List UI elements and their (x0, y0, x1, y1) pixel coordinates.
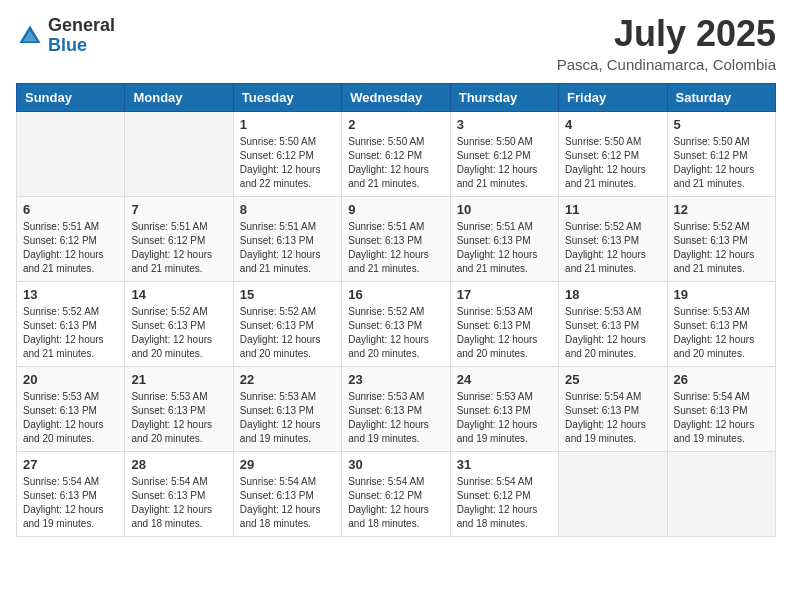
day-number: 30 (348, 457, 443, 472)
weekday-header-thursday: Thursday (450, 84, 558, 112)
location: Pasca, Cundinamarca, Colombia (557, 56, 776, 73)
day-info: Sunrise: 5:50 AMSunset: 6:12 PMDaylight:… (565, 135, 660, 191)
page-header: General Blue July 2025 Pasca, Cundinamar… (16, 16, 776, 73)
day-number: 18 (565, 287, 660, 302)
day-info: Sunrise: 5:53 AMSunset: 6:13 PMDaylight:… (131, 390, 226, 446)
day-info: Sunrise: 5:51 AMSunset: 6:13 PMDaylight:… (240, 220, 335, 276)
day-cell: 6Sunrise: 5:51 AMSunset: 6:12 PMDaylight… (17, 197, 125, 282)
day-number: 22 (240, 372, 335, 387)
week-row-5: 27Sunrise: 5:54 AMSunset: 6:13 PMDayligh… (17, 452, 776, 537)
day-cell: 30Sunrise: 5:54 AMSunset: 6:12 PMDayligh… (342, 452, 450, 537)
day-info: Sunrise: 5:54 AMSunset: 6:13 PMDaylight:… (240, 475, 335, 531)
day-info: Sunrise: 5:52 AMSunset: 6:13 PMDaylight:… (131, 305, 226, 361)
day-cell (667, 452, 775, 537)
day-cell: 29Sunrise: 5:54 AMSunset: 6:13 PMDayligh… (233, 452, 341, 537)
day-cell (559, 452, 667, 537)
day-number: 25 (565, 372, 660, 387)
day-cell: 9Sunrise: 5:51 AMSunset: 6:13 PMDaylight… (342, 197, 450, 282)
day-cell: 18Sunrise: 5:53 AMSunset: 6:13 PMDayligh… (559, 282, 667, 367)
day-info: Sunrise: 5:52 AMSunset: 6:13 PMDaylight:… (674, 220, 769, 276)
day-cell: 12Sunrise: 5:52 AMSunset: 6:13 PMDayligh… (667, 197, 775, 282)
weekday-header-sunday: Sunday (17, 84, 125, 112)
logo-general: General (48, 16, 115, 36)
day-info: Sunrise: 5:52 AMSunset: 6:13 PMDaylight:… (565, 220, 660, 276)
day-number: 21 (131, 372, 226, 387)
day-cell (125, 112, 233, 197)
day-cell: 8Sunrise: 5:51 AMSunset: 6:13 PMDaylight… (233, 197, 341, 282)
day-number: 27 (23, 457, 118, 472)
weekday-header-tuesday: Tuesday (233, 84, 341, 112)
month-title: July 2025 (557, 16, 776, 52)
day-number: 8 (240, 202, 335, 217)
logo-blue: Blue (48, 36, 115, 56)
day-number: 15 (240, 287, 335, 302)
day-cell: 23Sunrise: 5:53 AMSunset: 6:13 PMDayligh… (342, 367, 450, 452)
day-cell: 17Sunrise: 5:53 AMSunset: 6:13 PMDayligh… (450, 282, 558, 367)
day-number: 26 (674, 372, 769, 387)
day-number: 10 (457, 202, 552, 217)
day-cell: 3Sunrise: 5:50 AMSunset: 6:12 PMDaylight… (450, 112, 558, 197)
day-cell: 21Sunrise: 5:53 AMSunset: 6:13 PMDayligh… (125, 367, 233, 452)
day-number: 20 (23, 372, 118, 387)
day-number: 11 (565, 202, 660, 217)
day-info: Sunrise: 5:53 AMSunset: 6:13 PMDaylight:… (23, 390, 118, 446)
day-info: Sunrise: 5:54 AMSunset: 6:13 PMDaylight:… (23, 475, 118, 531)
calendar: SundayMondayTuesdayWednesdayThursdayFrid… (16, 83, 776, 537)
day-cell: 15Sunrise: 5:52 AMSunset: 6:13 PMDayligh… (233, 282, 341, 367)
day-cell: 4Sunrise: 5:50 AMSunset: 6:12 PMDaylight… (559, 112, 667, 197)
day-number: 16 (348, 287, 443, 302)
day-info: Sunrise: 5:50 AMSunset: 6:12 PMDaylight:… (240, 135, 335, 191)
day-cell: 16Sunrise: 5:52 AMSunset: 6:13 PMDayligh… (342, 282, 450, 367)
day-cell: 28Sunrise: 5:54 AMSunset: 6:13 PMDayligh… (125, 452, 233, 537)
logo: General Blue (16, 16, 115, 56)
weekday-header-friday: Friday (559, 84, 667, 112)
day-number: 29 (240, 457, 335, 472)
day-number: 24 (457, 372, 552, 387)
day-info: Sunrise: 5:54 AMSunset: 6:13 PMDaylight:… (565, 390, 660, 446)
day-info: Sunrise: 5:51 AMSunset: 6:13 PMDaylight:… (348, 220, 443, 276)
day-number: 6 (23, 202, 118, 217)
day-cell: 31Sunrise: 5:54 AMSunset: 6:12 PMDayligh… (450, 452, 558, 537)
day-info: Sunrise: 5:51 AMSunset: 6:12 PMDaylight:… (23, 220, 118, 276)
day-cell: 20Sunrise: 5:53 AMSunset: 6:13 PMDayligh… (17, 367, 125, 452)
day-number: 31 (457, 457, 552, 472)
day-info: Sunrise: 5:52 AMSunset: 6:13 PMDaylight:… (23, 305, 118, 361)
day-cell: 1Sunrise: 5:50 AMSunset: 6:12 PMDaylight… (233, 112, 341, 197)
day-cell: 13Sunrise: 5:52 AMSunset: 6:13 PMDayligh… (17, 282, 125, 367)
day-info: Sunrise: 5:51 AMSunset: 6:13 PMDaylight:… (457, 220, 552, 276)
day-info: Sunrise: 5:50 AMSunset: 6:12 PMDaylight:… (457, 135, 552, 191)
weekday-header-row: SundayMondayTuesdayWednesdayThursdayFrid… (17, 84, 776, 112)
day-cell: 19Sunrise: 5:53 AMSunset: 6:13 PMDayligh… (667, 282, 775, 367)
week-row-3: 13Sunrise: 5:52 AMSunset: 6:13 PMDayligh… (17, 282, 776, 367)
day-info: Sunrise: 5:50 AMSunset: 6:12 PMDaylight:… (674, 135, 769, 191)
day-number: 19 (674, 287, 769, 302)
day-info: Sunrise: 5:53 AMSunset: 6:13 PMDaylight:… (457, 305, 552, 361)
day-number: 3 (457, 117, 552, 132)
day-cell: 14Sunrise: 5:52 AMSunset: 6:13 PMDayligh… (125, 282, 233, 367)
day-cell: 2Sunrise: 5:50 AMSunset: 6:12 PMDaylight… (342, 112, 450, 197)
title-section: July 2025 Pasca, Cundinamarca, Colombia (557, 16, 776, 73)
week-row-4: 20Sunrise: 5:53 AMSunset: 6:13 PMDayligh… (17, 367, 776, 452)
day-number: 13 (23, 287, 118, 302)
day-info: Sunrise: 5:53 AMSunset: 6:13 PMDaylight:… (240, 390, 335, 446)
day-cell: 24Sunrise: 5:53 AMSunset: 6:13 PMDayligh… (450, 367, 558, 452)
day-info: Sunrise: 5:54 AMSunset: 6:13 PMDaylight:… (131, 475, 226, 531)
day-number: 23 (348, 372, 443, 387)
logo-icon (16, 22, 44, 50)
day-info: Sunrise: 5:54 AMSunset: 6:12 PMDaylight:… (348, 475, 443, 531)
day-number: 12 (674, 202, 769, 217)
day-number: 1 (240, 117, 335, 132)
day-number: 17 (457, 287, 552, 302)
day-cell: 22Sunrise: 5:53 AMSunset: 6:13 PMDayligh… (233, 367, 341, 452)
weekday-header-saturday: Saturday (667, 84, 775, 112)
day-info: Sunrise: 5:53 AMSunset: 6:13 PMDaylight:… (565, 305, 660, 361)
week-row-2: 6Sunrise: 5:51 AMSunset: 6:12 PMDaylight… (17, 197, 776, 282)
day-cell: 26Sunrise: 5:54 AMSunset: 6:13 PMDayligh… (667, 367, 775, 452)
day-number: 2 (348, 117, 443, 132)
logo-text: General Blue (48, 16, 115, 56)
day-info: Sunrise: 5:52 AMSunset: 6:13 PMDaylight:… (348, 305, 443, 361)
day-info: Sunrise: 5:50 AMSunset: 6:12 PMDaylight:… (348, 135, 443, 191)
day-cell: 7Sunrise: 5:51 AMSunset: 6:12 PMDaylight… (125, 197, 233, 282)
weekday-header-monday: Monday (125, 84, 233, 112)
day-info: Sunrise: 5:53 AMSunset: 6:13 PMDaylight:… (348, 390, 443, 446)
